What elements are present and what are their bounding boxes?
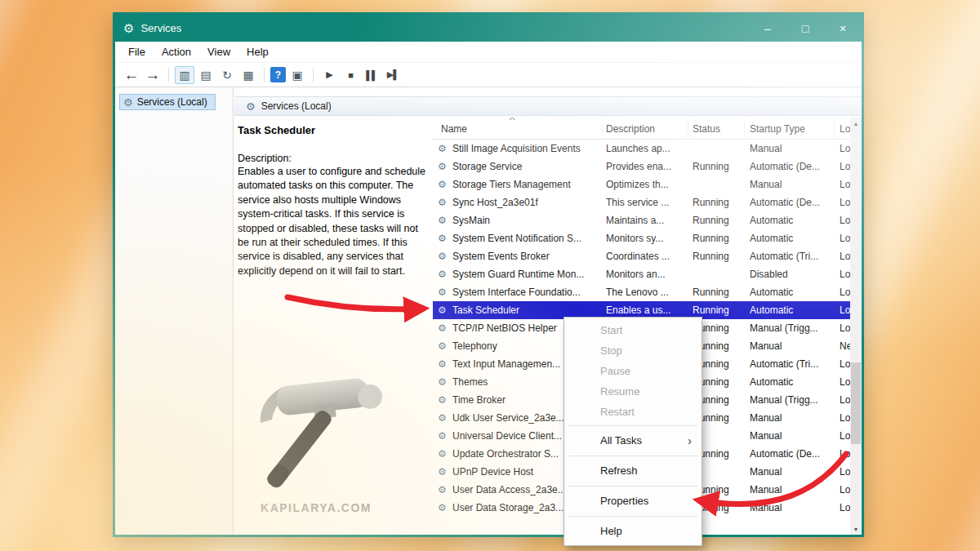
menu-help[interactable]: Help: [238, 43, 277, 60]
service-gear-icon: ⚙: [438, 481, 450, 499]
service-log-on-as-cell: Loc: [840, 499, 850, 517]
stop-service-icon[interactable]: ■: [341, 66, 360, 84]
service-description-cell: The Lenovo ...: [606, 283, 687, 301]
service-log-on-as-cell: Loc: [840, 211, 850, 229]
scrollbar-thumb[interactable]: [851, 362, 861, 444]
service-log-on-as-cell: Loc: [840, 409, 850, 427]
scroll-down-icon[interactable]: ▼: [850, 523, 862, 535]
minimize-button[interactable]: –: [749, 15, 786, 42]
service-startup-type-cell: Automatic: [750, 301, 833, 319]
service-log-on-as-cell: Loc: [840, 463, 850, 481]
service-log-on-as-cell: Loc: [840, 445, 850, 463]
menu-action[interactable]: Action: [154, 43, 199, 60]
menu-file[interactable]: File: [120, 43, 154, 60]
table-row[interactable]: ⚙SysMainMaintains a...RunningAutomaticLo…: [433, 211, 850, 229]
view-header: ⚙ Services (Local): [234, 96, 862, 116]
service-status-cell: Running: [693, 283, 743, 301]
context-menu-item-pause: Pause: [564, 361, 702, 381]
menu-item-label: Stop: [600, 344, 622, 357]
service-name-cell: Storage Service: [452, 158, 601, 176]
service-log-on-as-cell: Loc: [840, 319, 850, 337]
menu-item-label: Resume: [600, 385, 639, 398]
console-tree-panel: ⚙ Services (Local): [115, 87, 234, 535]
context-menu-item-all-tasks[interactable]: All Tasks›: [564, 429, 702, 452]
description-text: Enables a user to configure and schedule…: [238, 165, 430, 278]
tree-item-services-local[interactable]: ⚙ Services (Local): [119, 94, 216, 110]
service-gear-icon: ⚙: [438, 319, 450, 337]
context-menu-item-resume: Resume: [564, 381, 702, 402]
main-panel: ⚙ Services (Local) Task Scheduler Descri…: [234, 87, 862, 535]
service-log-on-as-cell: Loc: [840, 391, 850, 409]
service-startup-type-cell: Automatic: [750, 373, 833, 391]
service-gear-icon: ⚙: [438, 140, 450, 158]
titlebar[interactable]: ⚙ Services – □ ×: [115, 15, 862, 42]
start-service-icon[interactable]: ▶: [319, 66, 339, 84]
hammer-watermark-image: [251, 372, 390, 503]
watermark-text: KAPILARYA.COM: [243, 501, 390, 514]
table-row[interactable]: ⚙Sync Host_2a3e01fThis service ...Runnin…: [433, 193, 850, 211]
table-row[interactable]: ⚙System Events BrokerCoordinates ...Runn…: [433, 247, 850, 265]
service-startup-type-cell: Automatic: [750, 211, 833, 229]
service-status-cell: [693, 140, 743, 158]
service-description-cell: Launches ap...: [606, 140, 687, 158]
service-startup-type-cell: Manual: [750, 409, 833, 427]
extended-description-pane: Task Scheduler Description: Enables a us…: [236, 118, 432, 535]
context-menu-item-help[interactable]: Help: [564, 520, 702, 543]
maximize-button[interactable]: □: [786, 15, 824, 42]
menu-item-label: Properties: [600, 495, 648, 507]
context-menu-item-stop: Stop: [564, 340, 702, 361]
table-row[interactable]: ⚙System Interface Foundatio...The Lenovo…: [433, 283, 850, 301]
context-menu-item-properties[interactable]: Properties: [564, 490, 702, 513]
column-header-name[interactable]: Name: [433, 119, 603, 139]
forward-icon[interactable]: →: [143, 66, 163, 84]
service-log-on-as-cell: Loc: [840, 283, 850, 301]
menu-separator: [568, 486, 697, 487]
column-header-startup-type[interactable]: Startup Type: [745, 119, 835, 139]
export-list-icon[interactable]: ▤: [196, 66, 216, 84]
service-startup-type-cell: Manual: [750, 140, 833, 158]
column-header-status[interactable]: Status: [688, 119, 745, 139]
restart-service-icon[interactable]: ▶▌: [383, 66, 403, 84]
service-name-cell: Storage Tiers Management: [452, 176, 601, 193]
view-header-icon: ⚙: [246, 101, 256, 112]
refresh-icon[interactable]: ↻: [217, 66, 237, 84]
help-icon[interactable]: ?: [270, 67, 286, 82]
pause-service-icon[interactable]: ▌▌: [362, 66, 381, 84]
table-row[interactable]: ⚙System Guard Runtime Mon...Monitors an.…: [433, 265, 850, 283]
table-row[interactable]: ⚙Storage Tiers ManagementOptimizes th...…: [433, 176, 850, 193]
context-menu-item-refresh[interactable]: Refresh: [564, 460, 702, 482]
show-action-pane-icon[interactable]: ▣: [287, 66, 307, 84]
console-body: ⚙ Services (Local) ⚙ Services (Local) Ta…: [115, 87, 862, 535]
submenu-arrow-icon: ›: [688, 429, 692, 452]
table-row[interactable]: ⚙System Event Notification S...Monitors …: [433, 229, 850, 247]
service-startup-type-cell: Automatic: [750, 283, 833, 301]
close-button[interactable]: ×: [824, 15, 862, 42]
service-gear-icon: ⚙: [438, 337, 450, 355]
column-header-log-on-as[interactable]: Log: [835, 119, 850, 139]
service-log-on-as-cell: Loc: [840, 481, 850, 499]
service-gear-icon: ⚙: [438, 158, 450, 176]
service-startup-type-cell: Automatic (De...: [750, 445, 833, 463]
show-console-tree-icon[interactable]: ▥: [175, 66, 194, 84]
description-label: Description:: [238, 153, 432, 164]
menu-view[interactable]: View: [199, 43, 238, 60]
service-startup-type-cell: Manual: [750, 176, 833, 193]
table-row[interactable]: ⚙Still Image Acquisition EventsLaunches …: [433, 140, 850, 158]
service-name-cell: SysMain: [452, 211, 601, 229]
scroll-up-icon[interactable]: ▲: [850, 118, 862, 129]
column-header-description[interactable]: Description: [603, 119, 688, 139]
service-gear-icon: ⚙: [438, 176, 450, 193]
service-gear-icon: ⚙: [438, 229, 450, 247]
service-status-cell: Running: [693, 247, 743, 265]
properties-icon[interactable]: ▦: [238, 66, 258, 84]
service-gear-icon: ⚙: [438, 409, 450, 427]
service-log-on-as-cell: Loc: [840, 265, 850, 283]
service-startup-type-cell: Automatic (Tri...: [750, 355, 833, 373]
service-gear-icon: ⚙: [438, 211, 450, 229]
table-row[interactable]: ⚙Storage ServiceProvides ena...RunningAu…: [433, 158, 850, 176]
window-title: Services: [140, 22, 181, 34]
vertical-scrollbar[interactable]: ▲ ▼: [850, 118, 862, 535]
service-startup-type-cell: Automatic (De...: [750, 193, 833, 211]
service-log-on-as-cell: Loc: [840, 140, 850, 158]
back-icon[interactable]: ←: [122, 66, 141, 84]
